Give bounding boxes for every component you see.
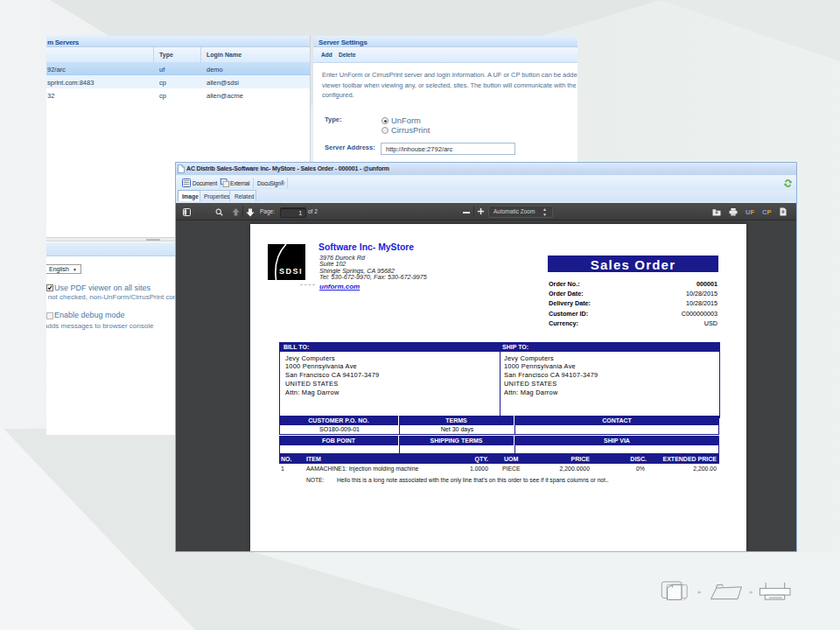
svg-text:SDSI: SDSI xyxy=(279,267,303,276)
